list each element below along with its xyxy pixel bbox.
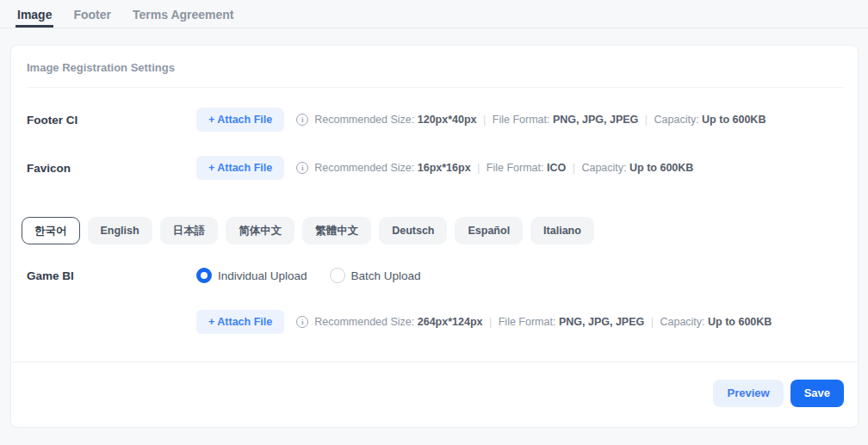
language-tab-japanese[interactable]: 日本語 [160,217,219,244]
tab-terms-agreement[interactable]: Terms Agreement [131,0,235,28]
section-divider [27,87,844,88]
language-tab-simplified-chinese[interactable]: 简体中文 [226,217,294,244]
game-bi-attach-row: + Attach File i Recommended Size: 264px*… [27,310,844,334]
game-bi-row: Game BI Individual Upload Batch Upload [27,263,844,287]
footer-ci-attach-file-button[interactable]: + Attach File [196,108,284,132]
language-tab-english[interactable]: English [88,217,152,244]
language-tab-italian[interactable]: Italiano [530,217,594,244]
favicon-row: Favicon + Attach File i Recommended Size… [27,156,844,180]
info-icon: i [296,114,308,126]
action-footer: Preview Save [11,362,858,427]
info-icon: i [296,316,308,328]
language-tab-german[interactable]: Deutsch [379,217,447,244]
tab-bar: Image Footer Terms Agreement [0,0,868,28]
radio-checked-icon [196,268,212,283]
batch-upload-radio[interactable]: Batch Upload [330,268,421,283]
upload-mode-radio-group: Individual Upload Batch Upload [196,268,421,283]
image-settings-card: Image Registration Settings Footer CI + … [10,45,859,428]
footer-ci-info: i Recommended Size: 120px*40px | File Fo… [296,114,766,126]
save-button[interactable]: Save [790,380,844,407]
footer-ci-info-text: Recommended Size: 120px*40px | File Form… [314,114,766,126]
card-body: Image Registration Settings Footer CI + … [11,46,858,362]
footer-ci-label: Footer CI [27,114,196,127]
individual-upload-radio[interactable]: Individual Upload [196,268,307,283]
footer-ci-row: Footer CI + Attach File i Recommended Si… [27,108,844,132]
info-icon: i [296,162,308,174]
language-tab-traditional-chinese[interactable]: 繁體中文 [302,217,371,244]
game-bi-info-text: Recommended Size: 264px*124px | File For… [314,316,772,328]
language-tabs: 한국어 English 日本語 简体中文 繁體中文 Deutsch Españo… [22,217,844,244]
language-tab-korean[interactable]: 한국어 [22,217,80,244]
section-title: Image Registration Settings [27,59,844,74]
favicon-label: Favicon [27,162,196,175]
preview-button[interactable]: Preview [713,380,783,407]
individual-upload-radio-label: Individual Upload [218,269,307,282]
game-bi-attach-file-button[interactable]: + Attach File [196,310,284,334]
favicon-attach-file-button[interactable]: + Attach File [196,156,284,180]
batch-upload-radio-label: Batch Upload [351,269,421,282]
game-bi-info: i Recommended Size: 264px*124px | File F… [296,316,772,328]
radio-unchecked-icon [330,268,345,283]
favicon-info-text: Recommended Size: 16px*16px | File Forma… [314,162,693,174]
tab-image[interactable]: Image [16,0,53,28]
game-bi-label: Game BI [27,269,196,282]
favicon-info: i Recommended Size: 16px*16px | File For… [296,162,693,174]
language-tab-spanish[interactable]: Español [455,217,523,244]
tab-footer[interactable]: Footer [71,0,113,28]
